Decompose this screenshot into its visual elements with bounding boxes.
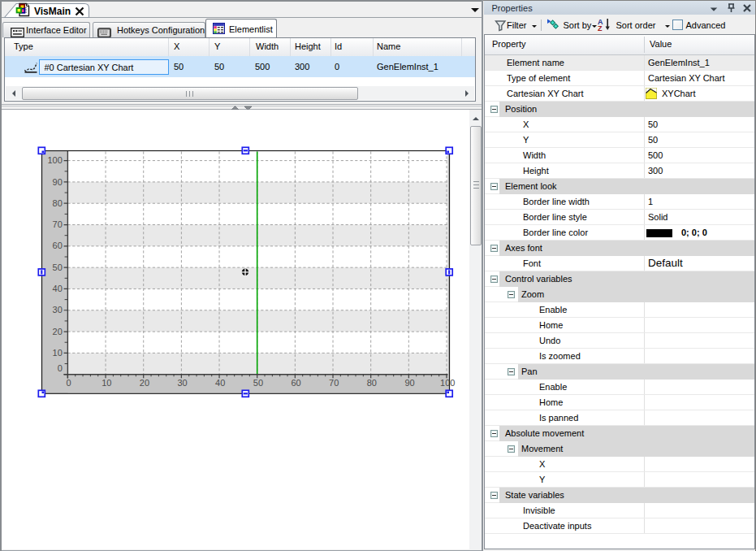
svg-text:100: 100 xyxy=(47,155,62,165)
svg-text:20: 20 xyxy=(140,378,149,388)
svg-text:60: 60 xyxy=(291,378,300,388)
svg-text:80: 80 xyxy=(367,378,377,388)
svg-text:20: 20 xyxy=(53,327,63,336)
svg-text:30: 30 xyxy=(177,378,187,388)
svg-text:60: 60 xyxy=(53,241,63,250)
svg-text:80: 80 xyxy=(53,198,63,208)
svg-text:50: 50 xyxy=(253,378,263,388)
svg-text:Z: Z xyxy=(598,24,603,32)
svg-text:40: 40 xyxy=(215,378,225,388)
svg-text:90: 90 xyxy=(53,177,63,187)
svg-text:40: 40 xyxy=(53,284,63,293)
svg-text:90: 90 xyxy=(404,378,414,388)
svg-text:0: 0 xyxy=(67,378,71,388)
svg-text:30: 30 xyxy=(53,305,63,315)
svg-text:10: 10 xyxy=(102,378,111,388)
svg-text:100: 100 xyxy=(440,378,455,388)
svg-text:70: 70 xyxy=(53,219,63,229)
svg-text:70: 70 xyxy=(329,378,339,388)
svg-text:50: 50 xyxy=(53,262,63,272)
svg-text:0: 0 xyxy=(58,363,63,373)
svg-text:10: 10 xyxy=(53,348,63,358)
